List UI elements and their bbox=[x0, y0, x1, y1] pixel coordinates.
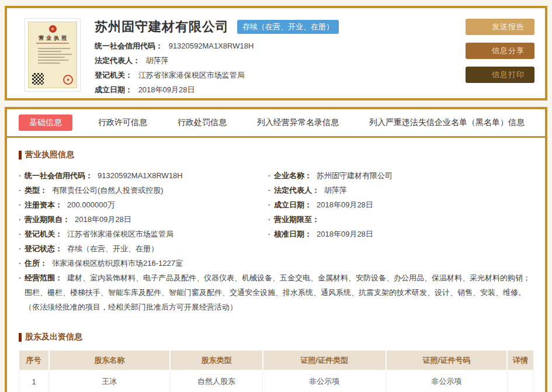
license-fields-right: 企业名称：苏州固守建材有限公司 法定代表人：胡萍萍 成立日期：2018年09月2… bbox=[268, 168, 533, 256]
license-paper: 营业执照 bbox=[28, 22, 77, 88]
shareholders-section: 股东及出资信息 序号 股东名称 股东类型 证照/证件类型 证照/证件号码 bbox=[19, 332, 533, 392]
cell-shareholder-name: 王冰 bbox=[49, 370, 171, 392]
license-text-lines bbox=[32, 46, 73, 64]
field-term-to: 营业期限至： bbox=[268, 212, 533, 227]
business-license-thumbnail: 营业执照 bbox=[25, 18, 81, 92]
field-company-type: 类型：有限责任公司(自然人投资或控股) bbox=[19, 183, 268, 197]
license-info-section: 营业执照信息 统一社会信用代码：91320592MA1X8RW18H 类型：有限… bbox=[19, 150, 533, 314]
cell-cert-number: 非公示项 bbox=[386, 370, 508, 392]
cell-shareholder-type: 自然人股东 bbox=[170, 370, 262, 392]
cell-detail bbox=[507, 370, 533, 392]
red-seal-icon bbox=[63, 75, 73, 85]
company-name: 苏州固守建材有限公司 bbox=[95, 18, 229, 36]
page: 营业执照 苏州固守建材有限公司 存续（在营、开业、在册） 统一社会信用代码： 9 bbox=[0, 0, 552, 392]
col-header-index: 序号 bbox=[19, 351, 49, 370]
tab-abnormal-list[interactable]: 列入经营异常名录信息 bbox=[242, 117, 354, 128]
print-info-button[interactable]: 信息打印 bbox=[466, 67, 534, 83]
national-emblem-icon bbox=[49, 25, 57, 33]
field-found-date: 成立日期：2018年09月28日 bbox=[268, 197, 533, 212]
send-report-button[interactable]: 发送报告 bbox=[466, 19, 534, 35]
tab-bar: 基础信息 行政许可信息 行政处罚信息 列入经营异常名录信息 列入严重违法失信企业… bbox=[7, 109, 545, 136]
col-header-shareholder-name: 股东名称 bbox=[49, 351, 171, 370]
col-header-cert-type: 证照/证件类型 bbox=[263, 351, 386, 370]
cell-index: 1 bbox=[19, 370, 49, 392]
company-header-card: 营业执照 苏州固守建材有限公司 存续（在营、开业、在册） 统一社会信用代码： 9 bbox=[5, 6, 547, 100]
action-buttons: 发送报告 信息分享 信息打印 bbox=[466, 17, 534, 89]
license-fields-left: 统一社会信用代码：91320592MA1X8RW18H 类型：有限责任公司(自然… bbox=[19, 168, 268, 256]
field-credit-code: 统一社会信用代码：91320592MA1X8RW18H bbox=[19, 168, 268, 183]
section-title-shareholders: 股东及出资信息 bbox=[19, 332, 533, 342]
field-address: 住所：张家港保税区纺织原料市场216-1227室 bbox=[19, 256, 533, 270]
header-field-credit-code: 统一社会信用代码： 91320592MA1X8RW18H bbox=[95, 41, 339, 51]
col-header-cert-number: 证照/证件号码 bbox=[386, 351, 508, 370]
field-reg-authority: 登记机关：江苏省张家港保税区市场监管局 bbox=[19, 227, 268, 241]
col-header-shareholder-type: 股东类型 bbox=[170, 351, 262, 370]
tab-admin-license[interactable]: 行政许可信息 bbox=[83, 117, 162, 128]
company-info: 苏州固守建材有限公司 存续（在营、开业、在册） 统一社会信用代码： 913205… bbox=[95, 17, 339, 89]
field-business-scope: 经营范围：建材、室内装饰材料、电子产品及配件、仪器仪表、机械设备、五金交电、金属… bbox=[19, 270, 533, 314]
field-reg-status: 登记状态：存续（在营、开业、在册） bbox=[19, 241, 268, 256]
header-field-reg-authority: 登记机关： 江苏省张家港保税区市场监管局 bbox=[95, 71, 339, 80]
field-legal-rep: 法定代表人：胡萍萍 bbox=[268, 183, 533, 197]
table-row: 1 王冰 自然人股东 非公示项 非公示项 bbox=[19, 370, 533, 392]
tab-blacklist[interactable]: 列入严重违法失信企业名单（黑名单）信息 bbox=[354, 117, 540, 128]
section-title-license: 营业执照信息 bbox=[19, 150, 533, 160]
shareholders-table: 序号 股东名称 股东类型 证照/证件类型 证照/证件号码 详情 1 王冰 自然人 bbox=[19, 351, 533, 392]
license-subline bbox=[36, 43, 69, 44]
license-title: 营业执照 bbox=[39, 34, 69, 42]
field-company-name: 企业名称：苏州固守建材有限公司 bbox=[268, 168, 533, 183]
section-title-bar bbox=[19, 333, 22, 342]
tab-admin-penalty[interactable]: 行政处罚信息 bbox=[162, 117, 242, 128]
table-header-row: 序号 股东名称 股东类型 证照/证件类型 证照/证件号码 详情 bbox=[19, 351, 533, 370]
header-field-found-date: 成立日期： 2018年09月28日 bbox=[95, 85, 339, 95]
col-header-detail: 详情 bbox=[507, 351, 533, 370]
field-term-from: 营业期限自：2018年09月28日 bbox=[19, 212, 268, 227]
basic-info-content: 营业执照信息 统一社会信用代码：91320592MA1X8RW18H 类型：有限… bbox=[7, 138, 545, 392]
tab-basic-info[interactable]: 基础信息 bbox=[19, 115, 72, 131]
cell-cert-type: 非公示项 bbox=[263, 370, 386, 392]
field-registered-capital: 注册资本：200.000000万 bbox=[19, 197, 268, 212]
qr-code-icon bbox=[32, 73, 44, 85]
status-badge: 存续（在营、开业、在册） bbox=[237, 20, 339, 34]
field-approval-date: 核准日期：2018年09月28日 bbox=[268, 227, 533, 241]
main-info-card: 基础信息 行政许可信息 行政处罚信息 列入经营异常名录信息 列入严重违法失信企业… bbox=[5, 107, 547, 392]
header-field-legal-rep: 法定代表人： 胡萍萍 bbox=[95, 56, 339, 65]
share-info-button[interactable]: 信息分享 bbox=[466, 43, 534, 59]
section-title-bar bbox=[19, 151, 22, 159]
